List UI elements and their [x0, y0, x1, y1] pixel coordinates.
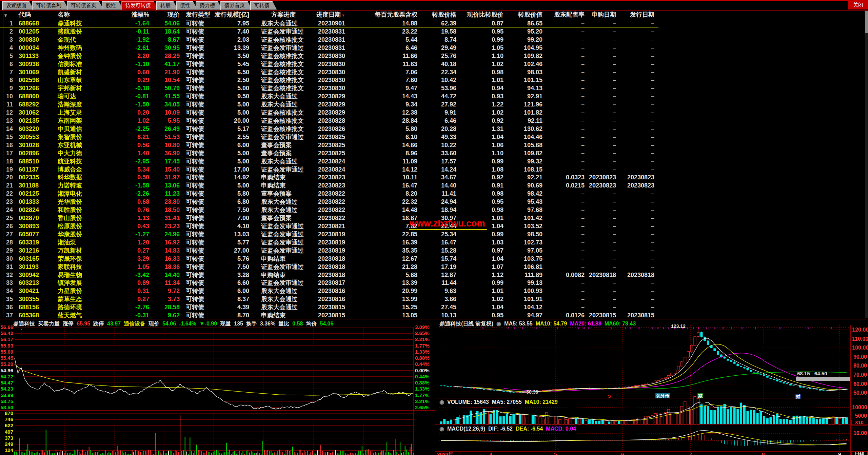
cell-price: 10.54: [151, 76, 180, 84]
table-scrollbar-thumb[interactable]: [865, 11, 868, 33]
table-row[interactable]: 21301188力诺特玻-1.5813.06可转债5.00申购结束2023082…: [0, 181, 868, 190]
table-row[interactable]: 35300355蒙草生态0.273.73可转债8.37股东大会通过2023081…: [0, 295, 868, 303]
table-row[interactable]: 37605368蓝天燃气-0.319.62可转债8.70申购结束20230815…: [0, 311, 868, 319]
table-row[interactable]: 1688668鼎通科技-1.6454.06可转债7.95股东大会通过202309…: [0, 19, 868, 27]
cell-per100: 10.11: [372, 173, 417, 181]
tab-2[interactable]: 可转债首页: [67, 1, 104, 10]
cell-code: 000034: [19, 44, 39, 52]
col-header-code[interactable]: 代码: [19, 11, 31, 19]
table-row[interactable]: 27605077华康股份-1.2724.96可转债13.03证监会发审通过202…: [0, 230, 868, 238]
cell-pdate: 20230822: [306, 206, 345, 214]
col-header-subdate[interactable]: 申购日期: [577, 11, 616, 19]
table-row[interactable]: 28603319湘油泵1.2016.92可转债5.77证监会发审通过202308…: [0, 238, 868, 246]
cell-issuedate: –: [615, 190, 654, 198]
col-header-ratio[interactable]: 现价比转股价: [463, 11, 504, 19]
table-row[interactable]: 9301266宇邦新材-0.1850.79可转债5.00证监会核准批文20230…: [0, 84, 868, 92]
table-row[interactable]: 32300942易瑞生物-3.4214.40可转债3.28申购结束2023081…: [0, 271, 868, 279]
period-tab-daily[interactable]: 日线: [851, 451, 868, 455]
table-row[interactable]: 36688156路德环境-2.7628.58可转债4.39股东大会通过20230…: [0, 303, 868, 311]
table-row[interactable]: 12301062上海艾录0.2010.09可转债5.00证监会核准批文20230…: [0, 108, 868, 117]
tab-1[interactable]: 可转债套利: [32, 1, 69, 10]
tab-3[interactable]: 股性: [102, 1, 123, 10]
table-row[interactable]: 8002598山东章鼓0.2910.54可转债2.50证监会核准批文202308…: [0, 76, 868, 84]
cell-pdate: 20230825: [306, 141, 345, 149]
table-row[interactable]: 17002896中大力德1.4036.90可转债5.00董事会预案2023082…: [0, 149, 868, 157]
kline-chart-panel[interactable]: 鼎通科技(日线 前复权)◉MA5: 53.55MA10: 54.79MA20: …: [435, 319, 868, 455]
cell-cprice: 11.44: [422, 279, 456, 287]
table-row[interactable]: 4000034神州数码-2.6130.95可转债13.39证监会发审通过2023…: [0, 44, 868, 52]
table-row[interactable]: 23001333光华股份0.6823.80可转债6.80股东大会通过202308…: [0, 198, 868, 206]
table-row[interactable]: 14603220中贝通信-2.2526.49可转债5.17证监会核准批文2023…: [0, 125, 868, 133]
cell-pct: 1.20: [117, 238, 149, 246]
table-row[interactable]: 13002135东南网架1.025.95可转债20.00证监会核准批文20230…: [0, 117, 868, 125]
table-row[interactable]: 18688510航亚科技-2.9517.45可转债5.00股东大会通过20230…: [0, 157, 868, 165]
cell-cvalue: 104.12: [509, 303, 542, 311]
cell-pdate: 20230816: [306, 287, 345, 295]
table-row[interactable]: 3300830金现代-1.928.67可转债2.03证监会核准批文2023083…: [0, 36, 868, 44]
table-row[interactable]: 10688800瑞可达-0.8141.55可转债9.50股东大会通过202308…: [0, 92, 868, 100]
col-header-name[interactable]: 名称: [58, 11, 70, 19]
table-row[interactable]: 24002824和胜股份0.7618.50可转债7.50股东大会通过202308…: [0, 206, 868, 214]
table-row[interactable]: 7301069凯盛新材0.6021.90可转债6.50证监会核准批文202308…: [0, 68, 868, 76]
tab-8[interactable]: 债券首页: [220, 1, 252, 10]
cell-price: 31.41: [151, 214, 180, 222]
cell-pdate: 20230822: [306, 214, 345, 222]
tab-7[interactable]: 势力榜: [196, 1, 222, 10]
table-scrollbar-track[interactable]: [865, 11, 868, 318]
cell-per100: 9.47: [372, 84, 417, 92]
pct-axis-label: 1.33%: [415, 349, 430, 354]
table-row[interactable]: 29301216万凯新材0.2714.83可转债27.00证监会发审通过2023…: [0, 246, 868, 255]
col-header-scale[interactable]: 发行规模[亿]: [209, 11, 249, 19]
table-row[interactable]: 15300553集智股份8.2151.53可转债2.55证监会发审通过20230…: [0, 133, 868, 141]
cell-cprice: 40.18: [422, 60, 456, 68]
cell-per100: 23.22: [372, 27, 417, 36]
kline-volume-label: 5000: [852, 413, 867, 418]
table-row[interactable]: 30603165荣晟环保3.2916.33可转债5.76申购结束20230818…: [0, 255, 868, 263]
cell-ratio: 0.99: [463, 230, 504, 238]
table-row[interactable]: 34300421力星股份0.319.72可转债6.00股东大会通过2023081…: [0, 287, 868, 295]
tab-6[interactable]: 债性: [176, 1, 198, 10]
tab-5[interactable]: 转股: [156, 1, 178, 10]
cell-name: 浩瀚深度: [58, 100, 82, 108]
table-row[interactable]: 20002335科华数据0.5031.97可转债14.92申购结束2023082…: [0, 173, 868, 181]
close-button[interactable]: 关闭: [848, 0, 868, 9]
tab-9[interactable]: 可转债: [250, 1, 277, 10]
intraday-chart-panel[interactable]: 鼎通科技买卖力量涨停65.95跌停43.97通信设备现价54.06-1.64%▼…: [0, 319, 435, 455]
cell-type: 可转债: [186, 206, 204, 214]
cell-type: 可转债: [186, 311, 204, 319]
cell-pdate: 20230822: [306, 190, 345, 198]
col-header-cvalue[interactable]: 转股价值: [509, 11, 542, 19]
table-row[interactable]: 6300938信测标准-1.1041.17可转债5.45证监会核准批文20230…: [0, 60, 868, 68]
col-header-type[interactable]: 发行类型: [186, 11, 210, 19]
cell-subdate: –: [577, 246, 616, 255]
table-row[interactable]: 22002125湘潭电化-2.2611.23可转债5.80董事会预案202308…: [0, 190, 868, 198]
table-row[interactable]: 2001205盛航股份-0.1118.64可转债7.40证监会发审通过20230…: [0, 27, 868, 36]
cell-name: 力星股份: [58, 287, 82, 295]
col-header-pct[interactable]: 涨幅%: [117, 11, 149, 19]
col-header-pdate[interactable]: 进度日期▼: [306, 11, 345, 20]
cell-scale: 6.80: [209, 198, 249, 206]
cell-scale: 20.00: [209, 117, 249, 125]
tab-0[interactable]: 设置版面: [2, 1, 34, 10]
cell-progress: 董事会预案: [261, 141, 292, 149]
col-header-cprice[interactable]: 转股价格: [422, 11, 456, 19]
tab-4[interactable]: 待发可转债: [121, 1, 158, 10]
kline-price-label: 60.00: [852, 381, 867, 387]
table-row[interactable]: 33603213镇洋发展0.8911.34可转债6.60证监会发审通过20230…: [0, 279, 868, 287]
table-row[interactable]: 31301193家联科技1.0518.36可转债7.50证监会发审通过20230…: [0, 263, 868, 271]
cell-per100: 14.66: [372, 141, 417, 149]
cell-code: 605077: [19, 230, 39, 238]
cell-pdate: 20230829: [306, 108, 345, 117]
col-header-progress[interactable]: 方案进度: [271, 11, 296, 19]
col-header-price[interactable]: 现价: [151, 11, 180, 19]
header-corner-icon[interactable]: ▼: [3, 11, 8, 20]
cell-progress: 证监会发审通过: [261, 165, 304, 174]
col-header-per100[interactable]: 每百元股票含权: [372, 11, 417, 19]
cell-issuedate: –: [615, 27, 654, 36]
table-row[interactable]: 16301028东亚机械0.5610.80可转债6.00董事会预案2023082…: [0, 141, 868, 149]
table-row[interactable]: 19601137博威合金5.3415.40可转债17.00证监会发审通过2023…: [0, 165, 868, 174]
table-row[interactable]: 11688292浩瀚深度-1.5034.05可转债5.00股东大会通过20230…: [0, 100, 868, 108]
col-header-issuedate[interactable]: 发行日期: [615, 11, 654, 19]
table-row[interactable]: 5301133金钟股份2.2028.29可转债3.50证监会核准批文202308…: [0, 52, 868, 60]
cell-ratio: 0.98: [463, 206, 504, 214]
